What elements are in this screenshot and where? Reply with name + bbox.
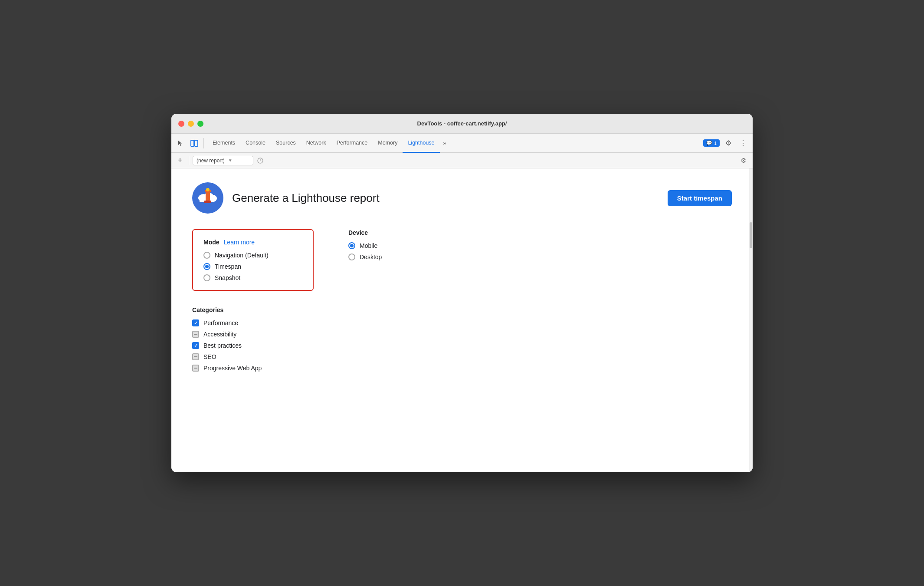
mode-device-section: Mode Learn more Navigation (Default)	[192, 229, 732, 291]
tab-separator	[203, 138, 204, 148]
scrollbar[interactable]	[749, 168, 753, 472]
radio-navigation-icon	[203, 252, 210, 259]
svg-rect-9	[206, 191, 210, 201]
svg-point-12	[206, 188, 210, 191]
tab-console[interactable]: Console	[240, 134, 271, 153]
categories-label: Categories	[192, 306, 732, 313]
cancel-report-button	[255, 155, 265, 166]
select-chevron-icon: ▼	[228, 158, 233, 163]
category-best-practices[interactable]: ✓ Best practices	[192, 342, 732, 349]
svg-rect-1	[195, 140, 198, 146]
device-section: Device Mobile Desktop	[348, 229, 382, 291]
radio-mobile-dot	[350, 244, 354, 247]
header-left: Generate a Lighthouse report	[192, 182, 380, 214]
mode-timespan[interactable]: Timespan	[203, 263, 302, 270]
close-button[interactable]	[178, 121, 184, 127]
checkbox-performance-icon: ✓	[192, 319, 199, 326]
devtools-tab-bar: Elements Console Sources Network Perform…	[171, 134, 753, 153]
category-accessibility[interactable]: Accessibility	[192, 331, 732, 338]
radio-timespan-dot	[205, 265, 209, 268]
device-radio-group: Mobile Desktop	[348, 242, 382, 260]
checkbox-accessibility-icon	[192, 331, 199, 338]
device-desktop[interactable]: Desktop	[348, 253, 382, 260]
toolbar-separator	[189, 156, 189, 165]
mode-radio-group: Navigation (Default) Timespan Snapshot	[203, 252, 302, 281]
checkbox-seo-icon	[192, 353, 199, 360]
categories-section: Categories ✓ Performance Accessibility	[192, 306, 732, 372]
page-title: Generate a Lighthouse report	[232, 191, 380, 205]
scrollbar-thumb[interactable]	[750, 222, 752, 248]
category-seo[interactable]: SEO	[192, 353, 732, 360]
radio-desktop-icon	[348, 253, 355, 260]
start-timespan-button[interactable]: Start timespan	[668, 190, 732, 206]
tab-memory[interactable]: Memory	[373, 134, 403, 153]
svg-rect-0	[191, 140, 194, 146]
radio-timespan-icon	[203, 263, 210, 270]
tab-right-actions: 💬 1 ⚙ ⋮	[703, 137, 749, 149]
traffic-lights	[178, 121, 203, 127]
radio-snapshot-icon	[203, 274, 210, 281]
settings-button[interactable]: ⚙	[722, 137, 734, 149]
device-label: Device	[348, 229, 382, 236]
tab-performance[interactable]: Performance	[331, 134, 373, 153]
console-badge[interactable]: 💬 1	[703, 139, 720, 147]
window-title: DevTools - coffee-cart.netlify.app/	[417, 120, 507, 127]
checkbox-pwa-icon	[192, 365, 199, 372]
lighthouse-logo	[192, 182, 223, 214]
category-performance[interactable]: ✓ Performance	[192, 319, 732, 326]
mode-navigation[interactable]: Navigation (Default)	[203, 252, 302, 259]
mode-box: Mode Learn more Navigation (Default)	[192, 229, 314, 291]
learn-more-link[interactable]: Learn more	[224, 239, 255, 246]
tab-sources[interactable]: Sources	[271, 134, 301, 153]
panel-icon[interactable]	[189, 138, 200, 148]
cursor-icon[interactable]	[175, 138, 185, 148]
mode-snapshot[interactable]: Snapshot	[203, 274, 302, 281]
radio-mobile-icon	[348, 242, 355, 249]
more-tabs-button[interactable]: »	[440, 137, 450, 149]
lighthouse-settings-button[interactable]: ⚙	[737, 155, 749, 167]
minimize-button[interactable]	[188, 121, 194, 127]
lighthouse-toolbar: + (new report) ▼ ⚙	[171, 153, 753, 168]
title-bar: DevTools - coffee-cart.netlify.app/	[171, 114, 753, 134]
device-mobile[interactable]: Mobile	[348, 242, 382, 249]
add-report-button[interactable]: +	[175, 155, 185, 166]
header-section: Generate a Lighthouse report Start times…	[192, 182, 732, 214]
categories-checkbox-group: ✓ Performance Accessibility ✓	[192, 319, 732, 372]
devtools-window: DevTools - coffee-cart.netlify.app/ Elem…	[171, 114, 753, 472]
mode-label: Mode Learn more	[203, 239, 302, 246]
category-pwa[interactable]: Progressive Web App	[192, 365, 732, 372]
tab-network[interactable]: Network	[301, 134, 331, 153]
more-options-button[interactable]: ⋮	[737, 137, 749, 149]
checkbox-best-practices-icon: ✓	[192, 342, 199, 349]
report-selector[interactable]: (new report) ▼	[193, 156, 253, 165]
main-wrapper: Generate a Lighthouse report Start times…	[171, 168, 753, 472]
maximize-button[interactable]	[197, 121, 203, 127]
tab-lighthouse[interactable]: Lighthouse	[403, 134, 439, 153]
svg-rect-13	[204, 201, 211, 203]
tab-elements[interactable]: Elements	[207, 134, 240, 153]
main-content: Generate a Lighthouse report Start times…	[171, 168, 753, 472]
